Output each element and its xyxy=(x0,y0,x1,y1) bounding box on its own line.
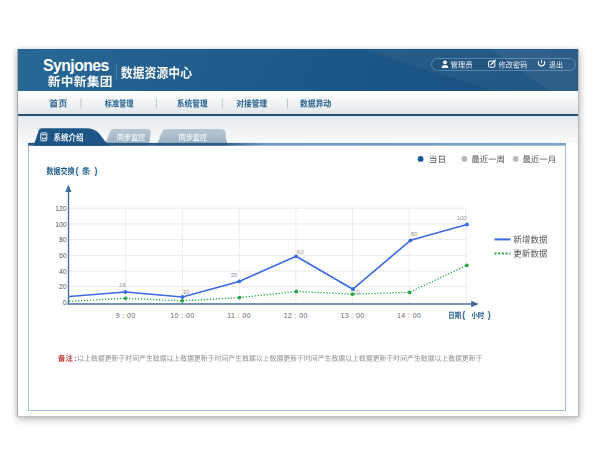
svg-text:60: 60 xyxy=(297,249,304,255)
svg-text:60: 60 xyxy=(59,252,67,259)
svg-text:14 : 00: 14 : 00 xyxy=(397,312,421,319)
svg-text:120: 120 xyxy=(55,205,67,212)
svg-text:80: 80 xyxy=(59,236,67,243)
svg-text::: : xyxy=(74,354,77,363)
svg-text:10: 10 xyxy=(353,289,360,295)
svg-text:10: 10 xyxy=(183,289,190,295)
svg-text:12 : 00: 12 : 00 xyxy=(284,312,308,319)
svg-text:11 : 00: 11 : 00 xyxy=(227,312,251,319)
svg-text:(: ( xyxy=(462,311,465,320)
svg-text:): ) xyxy=(488,311,491,320)
svg-text:40: 40 xyxy=(59,268,67,275)
svg-text:0: 0 xyxy=(63,299,67,306)
svg-text:9 : 00: 9 : 00 xyxy=(116,312,136,319)
svg-text:10 : 00: 10 : 00 xyxy=(170,312,194,319)
svg-text:100: 100 xyxy=(55,221,67,228)
svg-text:13 : 00: 13 : 00 xyxy=(340,312,364,319)
svg-text:80: 80 xyxy=(411,231,418,237)
svg-text:Synjones: Synjones xyxy=(43,57,110,74)
svg-text:18: 18 xyxy=(119,282,126,288)
svg-text:35: 35 xyxy=(230,272,237,278)
svg-text:): ) xyxy=(95,166,98,176)
svg-text:(: ( xyxy=(76,166,79,176)
svg-text:100: 100 xyxy=(457,215,468,221)
svg-text:20: 20 xyxy=(59,283,67,290)
